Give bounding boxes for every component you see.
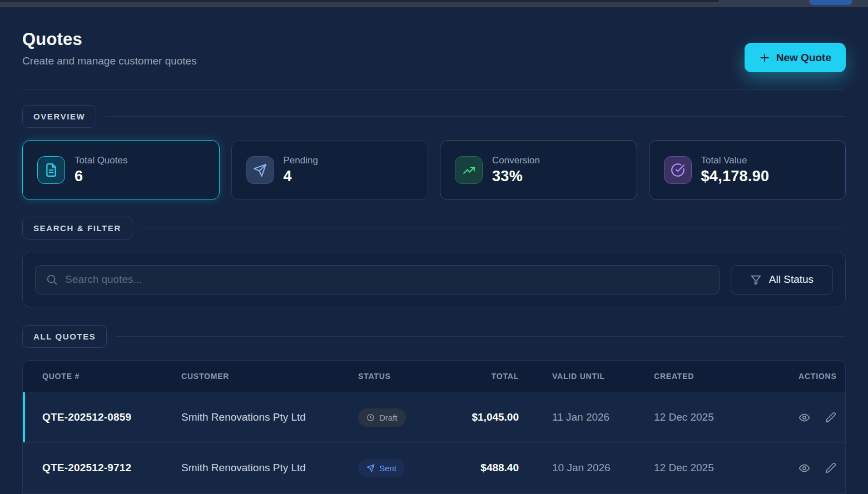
column-header-customer: CUSTOMER [181,372,358,381]
browser-chrome-bar [0,0,868,7]
page-header: Quotes Create and manage customer quotes… [22,29,846,72]
status-filter-dropdown[interactable]: All Status [731,265,833,295]
eye-icon [798,412,810,423]
stat-label: Pending [284,155,318,166]
overview-section-header: OVERVIEW [22,105,846,128]
stat-value: $4,178.90 [701,168,770,185]
valid-until-date: 10 Jan 2026 [519,462,654,474]
overview-section-line [105,116,846,117]
stat-card-text: Conversion 33% [492,155,540,185]
stat-card-total-quotes[interactable]: Total Quotes 6 [22,140,220,200]
quotes-page: Quotes Create and manage customer quotes… [0,29,868,494]
status-cell: Draft [358,408,465,427]
quote-total: $488.40 [465,462,519,474]
send-icon [246,156,274,184]
all-quotes-section-line [116,336,846,337]
status-badge: Draft [358,408,406,427]
row-actions [798,412,846,423]
all-quotes-section-label: ALL QUOTES [22,325,107,348]
plus-icon [759,52,770,63]
customer-name: Smith Renovations Pty Ltd [181,411,358,423]
chrome-tab-shadow [0,0,718,2]
trend-up-icon [455,156,483,184]
column-header-quote: QUOTE # [42,372,181,381]
status-label: Draft [379,413,398,422]
edit-button[interactable] [825,462,836,474]
search-section-label: SEARCH & FILTER [22,217,132,239]
pencil-icon [825,412,836,423]
search-section-line [141,228,846,228]
page-title: Quotes [22,29,197,49]
column-header-valid-until: VALID UNTIL [519,372,654,381]
created-date: 12 Dec 2025 [654,411,798,423]
table-header-row: QUOTE # CUSTOMER STATUS TOTAL VALID UNTI… [23,361,845,392]
quote-total: $1,045.00 [465,411,519,423]
status-filter-label: All Status [769,273,814,286]
stat-value: 4 [284,168,318,185]
stat-card-text: Total Quotes 6 [75,155,127,185]
stat-card-pending[interactable]: Pending 4 [231,140,429,200]
search-icon [46,273,58,286]
stat-label: Conversion [492,155,540,166]
eye-icon [798,462,810,474]
column-header-total: TOTAL [465,372,519,381]
search-section-header: SEARCH & FILTER [22,217,846,239]
quote-number: QTE-202512-0859 [42,411,181,423]
stat-value: 6 [75,168,127,185]
overview-section-label: OVERVIEW [22,105,96,128]
new-quote-button[interactable]: New Quote [745,43,846,72]
stat-label: Total Quotes [75,155,127,166]
page-subtitle: Create and manage customer quotes [22,55,197,67]
check-circle-icon [664,156,692,184]
status-cell: Sent [358,459,465,477]
table-row[interactable]: QTE-202512-0859 Smith Renovations Pty Lt… [23,392,845,442]
quotes-table: QUOTE # CUSTOMER STATUS TOTAL VALID UNTI… [22,360,846,494]
stat-label: Total Value [701,155,770,166]
stat-card-conversion[interactable]: Conversion 33% [440,140,637,200]
page-header-text: Quotes Create and manage customer quotes [22,29,197,67]
view-button[interactable] [798,462,810,474]
stat-card-text: Total Value $4,178.90 [701,155,770,185]
send-icon [366,464,375,472]
edit-button[interactable] [825,412,836,423]
created-date: 12 Dec 2025 [654,462,798,474]
search-box[interactable] [35,265,720,295]
all-quotes-section-header: ALL QUOTES [22,325,846,348]
filter-icon [750,274,762,286]
view-button[interactable] [798,412,810,423]
customer-name: Smith Renovations Pty Ltd [181,462,358,474]
new-quote-label: New Quote [776,52,831,64]
column-header-actions: ACTIONS [798,372,837,381]
quote-number: QTE-202512-9712 [42,462,181,474]
valid-until-date: 11 Jan 2026 [519,411,654,423]
header-divider [22,89,846,89]
status-label: Sent [379,463,396,473]
stat-card-total-value[interactable]: Total Value $4,178.90 [649,140,846,200]
status-badge: Sent [358,459,405,477]
search-panel: All Status [22,252,846,307]
document-icon [37,156,65,184]
table-row[interactable]: QTE-202512-9712 Smith Renovations Pty Lt… [23,442,845,493]
pencil-icon [825,462,836,473]
stat-card-text: Pending 4 [284,155,318,185]
column-header-status: STATUS [358,372,465,381]
chrome-blue-button-fragment [809,0,852,5]
column-header-created: CREATED [654,372,798,381]
clock-icon [366,413,375,422]
search-input[interactable] [65,273,709,286]
row-actions [798,462,846,474]
stats-cards: Total Quotes 6 Pending 4 Conversion 33% [22,140,846,200]
stat-value: 33% [492,168,540,185]
